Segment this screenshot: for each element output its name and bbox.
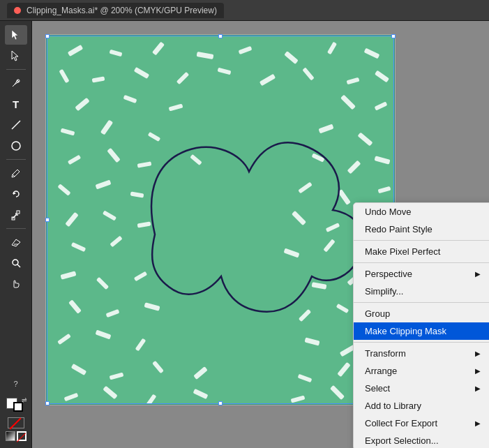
- menu-item-pixel-perfect[interactable]: Make Pixel Perfect: [354, 243, 489, 260]
- menu-item-collect-export[interactable]: Collect For Export ▶: [354, 415, 489, 432]
- menu-item-transform[interactable]: Transform ▶: [354, 345, 489, 362]
- close-button[interactable]: [14, 7, 21, 14]
- svg-marker-1: [12, 51, 18, 61]
- blob-path-container: [47, 36, 394, 404]
- color-mode-icons: [6, 431, 27, 441]
- menu-item-add-library[interactable]: Add to Library: [354, 397, 489, 415]
- menu-item-select[interactable]: Select ▶: [354, 380, 489, 397]
- select-arrow: ▶: [475, 384, 481, 392]
- eraser-tool[interactable]: [5, 232, 27, 252]
- pen-tool-icon: [10, 77, 22, 89]
- menu-item-group[interactable]: Group: [354, 305, 489, 322]
- tool-separator-1: [6, 69, 26, 70]
- color-swatches[interactable]: ⇌: [5, 396, 27, 415]
- tab-title: Clipping_Masks.ai* @ 200% (CMYK/GPU Prev…: [27, 6, 217, 15]
- blob-path-svg: [47, 36, 396, 405]
- stroke-color-box[interactable]: [13, 402, 23, 412]
- menu-separator-2: [354, 262, 489, 263]
- menu-item-make-clipping-mask[interactable]: Make Clipping Mask: [354, 322, 489, 340]
- blob-path: [151, 142, 363, 311]
- scale-tool[interactable]: [5, 205, 27, 225]
- menu-separator-4: [354, 342, 489, 343]
- tool-separator-2: [6, 159, 26, 160]
- artboard: [46, 35, 395, 405]
- line-tool[interactable]: [5, 115, 27, 135]
- shape-tool-icon: [10, 140, 22, 151]
- pencil-tool[interactable]: [5, 163, 27, 183]
- menu-item-undo-move[interactable]: Undo Move: [354, 203, 489, 221]
- svg-point-9: [13, 260, 18, 265]
- question-tool[interactable]: ?: [5, 374, 27, 394]
- svg-marker-5: [13, 192, 16, 195]
- canvas-area: Undo Move Redo Paint Style Make Pixel Pe…: [32, 21, 489, 448]
- context-menu: Undo Move Redo Paint Style Make Pixel Pe…: [353, 202, 489, 448]
- type-tool-icon: T: [13, 98, 19, 110]
- color-mode-stroke[interactable]: [17, 431, 27, 441]
- menu-item-perspective[interactable]: Perspective ▶: [354, 265, 489, 283]
- zoom-tool[interactable]: [5, 253, 27, 273]
- direct-selection-tool[interactable]: [5, 46, 27, 66]
- shape-tool[interactable]: [5, 136, 27, 156]
- eraser-tool-icon: [10, 237, 22, 248]
- direct-selection-tool-icon: [10, 50, 22, 61]
- menu-item-redo-paint[interactable]: Redo Paint Style: [354, 221, 489, 238]
- toolbar: T: [0, 21, 32, 448]
- perspective-arrow: ▶: [475, 270, 481, 278]
- none-indicator: [8, 417, 24, 428]
- zoom-tool-icon: [10, 257, 22, 269]
- tool-separator-3: [6, 228, 26, 229]
- selection-tool[interactable]: [5, 25, 27, 45]
- color-mode-fill[interactable]: [6, 431, 15, 441]
- color-swap-icon[interactable]: ⇌: [22, 396, 27, 403]
- hand-tool-icon: [10, 278, 22, 290]
- rotate-tool-icon: [10, 188, 22, 200]
- main-area: T: [0, 21, 489, 448]
- rotate-tool[interactable]: [5, 184, 27, 204]
- svg-point-4: [12, 142, 20, 150]
- line-tool-icon: [10, 119, 22, 130]
- svg-line-3: [12, 121, 20, 129]
- menu-item-simplify[interactable]: Simplify...: [354, 283, 489, 300]
- document-tab[interactable]: Clipping_Masks.ai* @ 200% (CMYK/GPU Prev…: [7, 3, 224, 18]
- svg-line-10: [17, 264, 20, 267]
- transform-arrow: ▶: [475, 350, 481, 357]
- hand-tool[interactable]: [5, 274, 27, 294]
- pencil-tool-icon: [10, 167, 22, 179]
- menu-separator-1: [354, 240, 489, 241]
- type-tool[interactable]: T: [5, 94, 27, 114]
- menu-item-export-selection[interactable]: Export Selection...: [354, 432, 489, 448]
- pen-tool[interactable]: [5, 73, 27, 93]
- title-bar: Clipping_Masks.ai* @ 200% (CMYK/GPU Prev…: [0, 0, 489, 21]
- selection-tool-icon: [10, 29, 22, 40]
- arrange-arrow: ▶: [475, 367, 481, 375]
- scale-tool-icon: [10, 209, 22, 221]
- svg-rect-7: [17, 211, 20, 214]
- svg-marker-0: [12, 30, 18, 40]
- menu-item-arrange[interactable]: Arrange ▶: [354, 362, 489, 380]
- menu-separator-3: [354, 302, 489, 303]
- collect-arrow: ▶: [475, 419, 481, 427]
